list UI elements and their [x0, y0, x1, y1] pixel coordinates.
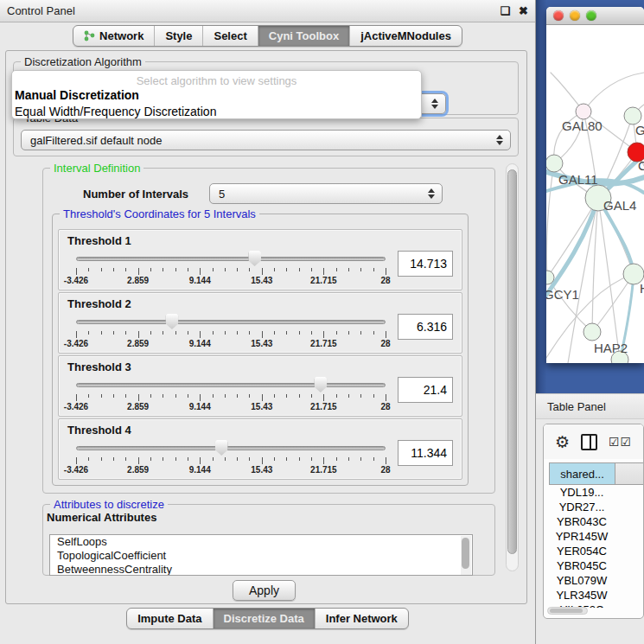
threshold-value-field[interactable]: 11.344 — [398, 440, 453, 466]
table-row[interactable]: YBR045CYBR0 — [549, 558, 644, 573]
network-canvas[interactable]: GAL80GACGAL11GAL4GCY1HHAP2 — [546, 25, 644, 363]
attribute-list-item[interactable]: BetweennessCentrality — [50, 563, 472, 576]
table-cell: YLR3 — [615, 588, 644, 603]
zoom-traffic-light[interactable] — [586, 10, 596, 21]
slider-thumb[interactable] — [215, 440, 228, 456]
threshold-slider[interactable]: -3.4262.8599.14415.4321.71528 — [76, 249, 386, 285]
close-traffic-light[interactable] — [553, 10, 564, 21]
slider-tick — [286, 268, 287, 271]
gear-icon[interactable]: ⚙ — [555, 434, 570, 450]
slider-thumb[interactable] — [248, 251, 261, 266]
table-row[interactable]: YDL19...YDL1 — [549, 485, 644, 500]
network-node[interactable] — [624, 107, 641, 124]
tab-label: Cyni Toolbox — [269, 29, 339, 42]
slider-tick — [150, 457, 151, 461]
algorithm-popup-item[interactable]: Equal Width/Frequency Discretization — [12, 104, 421, 120]
threshold-slider[interactable]: -3.4262.8599.14415.4321.71528 — [76, 438, 386, 475]
table-row[interactable]: YER054CYER0 — [549, 544, 644, 558]
tab-label: Select — [214, 29, 246, 42]
slider-track[interactable] — [76, 257, 386, 261]
slider-tick-label: -3.426 — [64, 276, 88, 285]
slider-tick — [175, 457, 176, 461]
slider-tick — [373, 268, 374, 271]
bottom-tab-infer-network[interactable]: Infer Network — [315, 609, 408, 628]
threshold-value-field[interactable]: 14.713 — [398, 251, 453, 277]
main-vertical-scrollbar[interactable] — [506, 163, 519, 571]
table-row[interactable]: YLR345WYLR3 — [549, 588, 644, 603]
slider-tick — [88, 457, 89, 461]
table-panel-title: Table Panel — [536, 400, 606, 413]
slider-tick — [249, 331, 250, 335]
bottom-tab-impute-data[interactable]: Impute Data — [127, 609, 212, 628]
algorithm-popup-item[interactable]: Manual Discretization — [12, 87, 421, 104]
minimize-traffic-light[interactable] — [570, 10, 580, 21]
scrollbar-thumb[interactable] — [462, 538, 469, 569]
scrollbar-thumb[interactable] — [507, 169, 517, 554]
scrollbar-thumb[interactable] — [550, 609, 583, 613]
tab-jactivemnodules[interactable]: jActiveMNodules — [349, 26, 462, 46]
attribute-list-item[interactable]: SelfLoops — [50, 535, 472, 549]
table-row[interactable]: YBL079WYBL0 — [549, 573, 644, 588]
network-node[interactable] — [576, 104, 591, 119]
slider-tick — [311, 331, 312, 335]
table-data-combobox[interactable]: galFiltered.sif default node — [21, 130, 511, 150]
network-node[interactable] — [546, 155, 563, 172]
threshold-slider[interactable]: -3.4262.8599.14415.4321.71528 — [76, 312, 386, 348]
slider-tick — [299, 268, 300, 271]
slider-tick — [262, 268, 263, 275]
slider-tick — [188, 268, 188, 271]
slider-tick-label: 2.859 — [127, 276, 149, 285]
table-column-header[interactable]: na — [615, 463, 644, 484]
network-node-label: GAL4 — [603, 198, 636, 213]
table-row[interactable]: YPR145WYPR1 — [549, 529, 644, 544]
network-view-window[interactable]: GAL80GACGAL11GAL4GCY1HHAP2 — [546, 7, 644, 363]
table-column-header[interactable]: shared... — [550, 463, 615, 484]
tab-select[interactable]: Select — [202, 26, 257, 46]
tab-label: jActiveMNodules — [360, 29, 451, 42]
slider-tick — [138, 331, 139, 338]
attributes-list-scrollbar[interactable] — [461, 536, 471, 576]
table-cell: YDR2 — [615, 500, 644, 514]
slider-tick — [311, 457, 312, 461]
slider-tick — [323, 457, 324, 464]
tab-style[interactable]: Style — [154, 26, 202, 46]
interval-definition-group-title: Interval Definition — [50, 162, 143, 175]
slider-tick — [163, 457, 163, 461]
threshold-label: Threshold 3 — [67, 360, 453, 373]
discretization-algorithm-group-title: Discretization Algorithm — [21, 55, 145, 68]
slider-track[interactable] — [76, 320, 386, 324]
tab-network[interactable]: Network — [73, 26, 154, 46]
table-row[interactable]: YBR043CYBR0 — [549, 514, 644, 529]
tab-cyni-toolbox[interactable]: Cyni Toolbox — [258, 26, 349, 46]
slider-tick — [336, 394, 337, 398]
slider-track[interactable] — [76, 446, 386, 450]
columns-icon[interactable] — [581, 434, 597, 450]
slider-tick — [163, 268, 163, 271]
slider-tick-label: 2.859 — [127, 465, 149, 475]
close-icon[interactable]: ✖ — [519, 5, 528, 16]
threshold-value-field[interactable]: 21.4 — [398, 377, 453, 403]
checkbox-icons[interactable]: ☑☑ — [609, 435, 632, 449]
slider-track[interactable] — [76, 383, 386, 387]
slider-tick — [262, 331, 263, 338]
combo-arrows-icon — [496, 135, 503, 145]
network-node[interactable] — [583, 323, 601, 341]
threshold-slider[interactable]: -3.4262.8599.14415.4321.71528 — [76, 375, 386, 411]
slider-tick — [225, 268, 226, 271]
table-horizontal-scrollbar[interactable] — [547, 607, 588, 615]
apply-button[interactable]: Apply — [233, 580, 296, 601]
numerical-attributes-list[interactable]: SelfLoopsTopologicalCoefficientBetweenne… — [49, 534, 473, 576]
bottom-tab-discretize-data[interactable]: Discretize Data — [213, 609, 315, 628]
slider-tick-label: 15.43 — [251, 402, 272, 411]
number-of-intervals-combobox[interactable]: 5 — [209, 183, 443, 204]
float-icon[interactable]: ❏ — [500, 5, 510, 16]
slider-thumb[interactable] — [165, 314, 178, 329]
slider-thumb[interactable] — [314, 377, 327, 392]
bottom-tab-label: Impute Data — [137, 612, 201, 625]
threshold-value-field[interactable]: 6.316 — [398, 314, 453, 340]
slider-tick — [274, 268, 275, 271]
network-window-titlebar[interactable] — [546, 7, 644, 25]
table-row[interactable]: YDR27...YDR2 — [549, 500, 644, 514]
attribute-list-item[interactable]: TopologicalCoefficient — [50, 549, 472, 563]
node-table: shared...na YDL19...YDL1YDR27...YDR2YBR0… — [549, 462, 644, 606]
